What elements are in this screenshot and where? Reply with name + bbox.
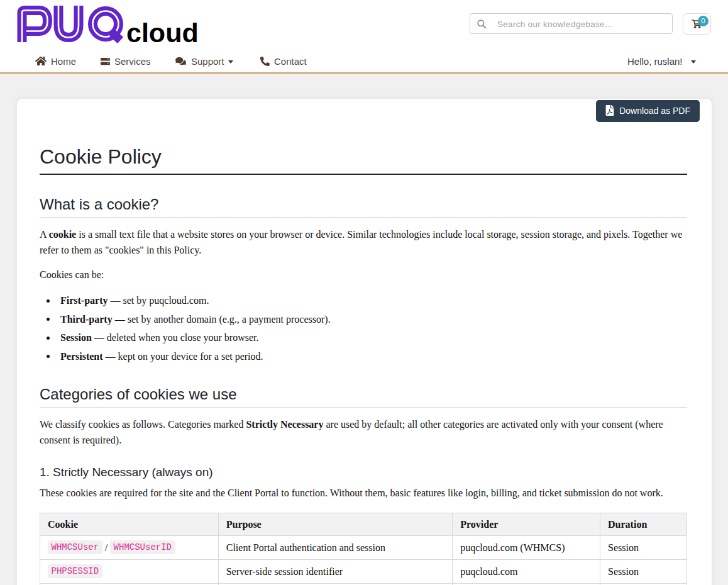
svg-text:cloud: cloud [126, 18, 199, 47]
